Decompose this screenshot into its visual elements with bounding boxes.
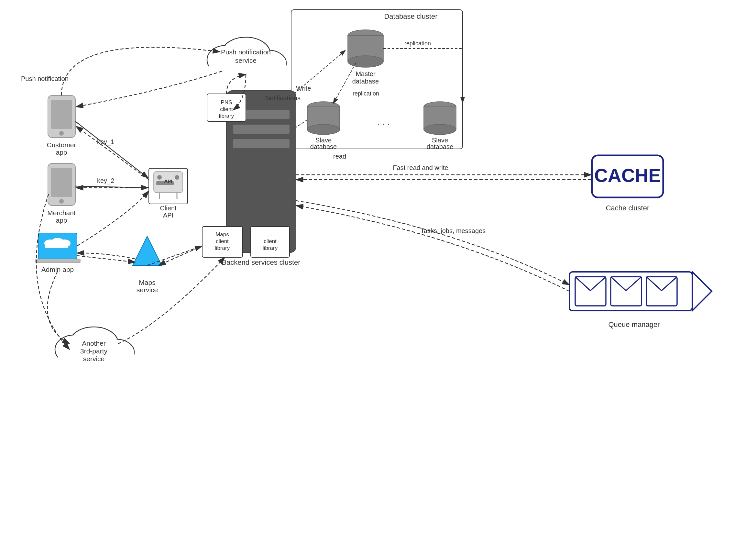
3rdparty-label-1: Another bbox=[82, 340, 106, 347]
3rdparty-label-2: 3rd-party bbox=[80, 347, 108, 355]
diagram-container: Database cluster Master database Slave d… bbox=[0, 0, 756, 535]
merchant-app bbox=[48, 163, 75, 206]
pns-to-customer-arrow bbox=[76, 71, 222, 107]
cache-cluster-label: Cache cluster bbox=[606, 204, 650, 212]
admin-app bbox=[36, 233, 80, 263]
svg-text:client: client bbox=[216, 238, 229, 244]
customer-app-label-1: Customer bbox=[46, 141, 76, 149]
dots-library-label: ... bbox=[268, 231, 272, 238]
3rdparty-to-backend-arrow bbox=[118, 257, 225, 344]
maps-library-label: Maps bbox=[215, 231, 229, 238]
key2-label: key_2 bbox=[97, 177, 114, 184]
tasks-jobs-label: Tasks, jobs, messages bbox=[420, 227, 486, 234]
svg-rect-31 bbox=[51, 100, 72, 129]
merchant-app-label-2: app bbox=[56, 216, 67, 224]
svg-marker-42 bbox=[133, 236, 162, 266]
master-db-label: Master bbox=[356, 70, 375, 77]
customer-to-backend-arrow bbox=[75, 121, 148, 178]
admin-to-maps-arrow bbox=[77, 256, 135, 262]
admin-to-backend-arrow bbox=[77, 191, 149, 246]
backend-cluster-label: Backend services cluster bbox=[222, 258, 300, 267]
svg-point-8 bbox=[307, 124, 340, 135]
fast-read-write-label: Fast read and write bbox=[393, 164, 448, 171]
lib-to-maps-arrow bbox=[158, 246, 202, 266]
merchant-app-label-1: Merchant bbox=[47, 209, 76, 216]
svg-marker-52 bbox=[692, 272, 712, 311]
svg-rect-51 bbox=[569, 272, 692, 311]
cache-label: CACHE bbox=[594, 165, 661, 186]
maps-service-label-2: service bbox=[137, 286, 158, 294]
svg-text:API: API bbox=[163, 212, 174, 219]
svg-text:library: library bbox=[263, 245, 278, 251]
db-dots: . . . bbox=[377, 117, 390, 127]
svg-text:database: database bbox=[427, 143, 453, 150]
push-notif-label-2: service bbox=[235, 57, 257, 64]
key1-arrow bbox=[76, 126, 149, 180]
admin-to-3rdparty-arrow bbox=[47, 271, 69, 344]
svg-text:API: API bbox=[164, 178, 172, 184]
svg-rect-40 bbox=[45, 243, 68, 248]
customer-app-label-2: app bbox=[56, 149, 67, 156]
replication-label-1: replication bbox=[353, 90, 379, 97]
push-notif-arrow-label: Push notification bbox=[21, 75, 68, 82]
svg-rect-41 bbox=[36, 259, 80, 263]
svg-point-4 bbox=[348, 56, 383, 67]
pns-library-label: PNS bbox=[221, 99, 232, 105]
svg-text:client: client bbox=[264, 238, 277, 244]
read-label-2: read bbox=[333, 153, 346, 160]
push-notif-label-1: Push notification bbox=[221, 48, 271, 56]
maps-service-label-1: Maps bbox=[139, 279, 155, 286]
server-stripe-3 bbox=[233, 139, 289, 148]
3rdparty-label-3: service bbox=[83, 355, 105, 362]
api-icon-eye-left bbox=[157, 175, 162, 180]
queue-manager-label: Queue manager bbox=[608, 321, 660, 328]
svg-text:client: client bbox=[220, 106, 233, 112]
svg-text:library: library bbox=[219, 113, 234, 119]
svg-point-32 bbox=[59, 131, 64, 136]
server-stripe-2 bbox=[233, 125, 289, 134]
maps-to-admin-arrow bbox=[77, 253, 135, 259]
customer-to-pns-arrow bbox=[62, 47, 220, 96]
api-icon-eye-right bbox=[175, 175, 179, 180]
svg-point-12 bbox=[424, 124, 456, 135]
svg-text:library: library bbox=[215, 245, 230, 251]
customer-app bbox=[48, 96, 75, 138]
database-cluster-label: Database cluster bbox=[384, 12, 437, 20]
svg-text:database: database bbox=[352, 78, 379, 85]
queue-to-backend-arrow bbox=[296, 206, 569, 291]
write-label: Write bbox=[296, 85, 311, 92]
queue-manager bbox=[569, 272, 712, 311]
svg-point-35 bbox=[59, 199, 64, 204]
svg-rect-34 bbox=[51, 168, 72, 197]
client-api-label: Client bbox=[160, 205, 176, 212]
maps-service bbox=[133, 236, 162, 266]
replication-label-2: replication bbox=[404, 40, 431, 46]
notifications-label: Notifications bbox=[265, 95, 301, 101]
slave-db1-label: Slave bbox=[315, 137, 332, 144]
slave-db2-label: Slave bbox=[432, 137, 448, 144]
